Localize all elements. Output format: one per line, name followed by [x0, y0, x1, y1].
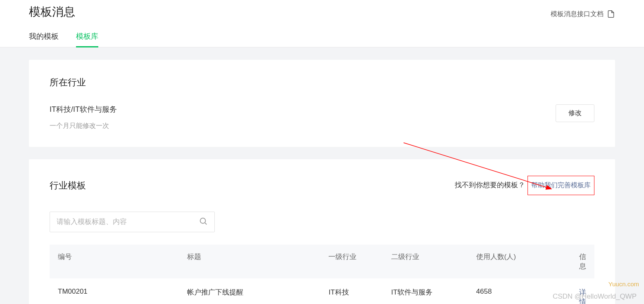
cell-industry2: IT软件与服务 [391, 288, 476, 304]
templates-card: 行业模板 找不到你想要的模板？ 帮助我们完善模板库 编号 标题 一级行业 二级行… [29, 159, 615, 304]
modify-button[interactable]: 修改 [556, 104, 594, 122]
document-icon [607, 10, 615, 18]
col-header-users: 使用人数(人) [476, 252, 579, 271]
search-box [50, 212, 215, 232]
industry-value: IT科技/IT软件与服务 [50, 104, 117, 114]
col-header-industry1: 一级行业 [328, 252, 391, 271]
help-prompt: 找不到你想要的模板？ [455, 181, 525, 189]
table-header-row: 编号 标题 一级行业 二级行业 使用人数(人) 信息 [50, 245, 594, 278]
page-header: 模板消息 模板消息接口文档 [0, 0, 644, 28]
templates-table: 编号 标题 一级行业 二级行业 使用人数(人) 信息 TM00201 帐户推广下… [50, 245, 594, 304]
help-improve-link[interactable]: 帮助我们完善模板库 [528, 176, 594, 195]
site-watermark: Yuucn.com [608, 280, 639, 288]
tab-my-templates[interactable]: 我的模板 [29, 28, 59, 47]
tab-template-library[interactable]: 模板库 [76, 28, 98, 47]
table-row: TM00201 帐户推广下线提醒 IT科技 IT软件与服务 4658 详情 [50, 278, 594, 304]
search-input[interactable] [57, 218, 199, 226]
cell-id: TM00201 [58, 288, 187, 304]
cell-industry1: IT科技 [328, 288, 391, 304]
templates-section-title: 行业模板 [50, 179, 86, 192]
page-title: 模板消息 [29, 0, 75, 28]
col-header-id: 编号 [58, 252, 187, 271]
api-doc-link[interactable]: 模板消息接口文档 [551, 10, 615, 19]
csdn-watermark: CSDN @HelloWorld_QWP [553, 292, 637, 301]
svg-line-1 [205, 223, 207, 224]
tabs: 我的模板 模板库 [0, 28, 644, 47]
search-icon[interactable] [199, 217, 208, 227]
api-doc-link-label: 模板消息接口文档 [551, 10, 604, 19]
industry-card: 所在行业 IT科技/IT软件与服务 一个月只能修改一次 修改 [29, 60, 615, 147]
cell-title: 帐户推广下线提醒 [187, 288, 328, 304]
col-header-info: 信息 [579, 252, 586, 271]
industry-section-title: 所在行业 [50, 76, 594, 89]
industry-note: 一个月只能修改一次 [50, 122, 117, 130]
col-header-title: 标题 [187, 252, 328, 271]
col-header-industry2: 二级行业 [391, 252, 476, 271]
svg-point-0 [200, 218, 206, 224]
